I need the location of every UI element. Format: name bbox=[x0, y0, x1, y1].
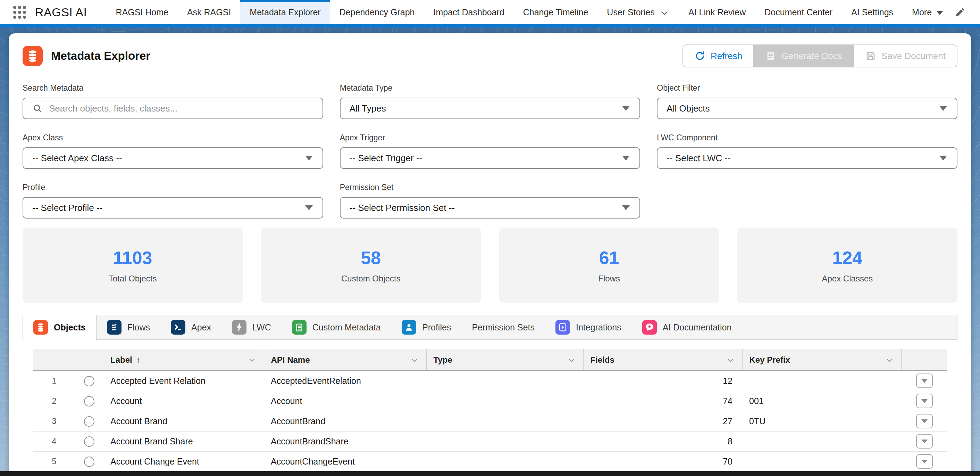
cell-type bbox=[426, 431, 583, 451]
generate-docs-button[interactable]: Generate Docs bbox=[753, 45, 853, 67]
accent-bar bbox=[0, 24, 980, 27]
row-actions-button[interactable] bbox=[916, 434, 933, 449]
cell-label: Account Brand Share bbox=[103, 431, 264, 451]
cell-fields: 27 bbox=[583, 411, 742, 431]
refresh-label: Refresh bbox=[711, 51, 742, 61]
refresh-button[interactable]: Refresh bbox=[683, 45, 753, 67]
permission-set-select[interactable]: -- Select Permission Set -- bbox=[340, 197, 641, 219]
search-metadata-box[interactable] bbox=[22, 97, 323, 119]
row-radio-button[interactable] bbox=[84, 376, 94, 387]
column-header-api-name[interactable]: API Name bbox=[264, 349, 426, 371]
table-row[interactable]: 5 Account Change Event AccountChangeEven… bbox=[33, 451, 947, 471]
caret-down-icon bbox=[622, 205, 630, 210]
column-label: Fields bbox=[590, 355, 614, 365]
cell-fields: 8 bbox=[583, 431, 742, 451]
nav-tab-label: User Stories bbox=[607, 7, 655, 18]
nav-tab-ragsi-home[interactable]: RAGSI Home bbox=[107, 0, 178, 24]
column-menu-chevron-icon[interactable] bbox=[247, 355, 257, 365]
caret-down-icon bbox=[939, 106, 947, 111]
panel-tab-label: Custom Metadata bbox=[312, 323, 381, 332]
row-actions-button[interactable] bbox=[916, 394, 933, 408]
apex-class-select[interactable]: -- Select Apex Class -- bbox=[22, 147, 323, 169]
cell-api-name: AccountBrandShare bbox=[264, 431, 426, 451]
results-panel: ObjectsFlowsApexLWCCustom MetadataProfil… bbox=[22, 315, 958, 472]
column-menu-chevron-icon[interactable] bbox=[410, 355, 419, 365]
table-row[interactable]: 3 Account Brand AccountBrand 27 0TU bbox=[33, 411, 947, 431]
column-label: Type bbox=[434, 355, 452, 365]
column-header-type[interactable]: Type bbox=[426, 349, 583, 371]
cell-api-name: AcceptedEventRelation bbox=[264, 371, 426, 391]
row-actions-button[interactable] bbox=[916, 374, 933, 388]
nav-tab-ai-settings[interactable]: AI Settings bbox=[842, 0, 903, 24]
nav-tab-label: Change Timeline bbox=[523, 7, 589, 18]
nav-tab-label: RAGSI Home bbox=[116, 7, 169, 18]
select-value: -- Select Apex Class -- bbox=[32, 153, 122, 164]
table-row[interactable]: 1 Accepted Event Relation AcceptedEventR… bbox=[33, 371, 947, 391]
column-header-fields[interactable]: Fields bbox=[583, 349, 742, 371]
nav-tab-ai-link-review[interactable]: AI Link Review bbox=[679, 0, 755, 24]
panel-tab-label: Profiles bbox=[422, 323, 451, 332]
panel-tab-apex[interactable]: Apex bbox=[161, 315, 221, 339]
column-menu-chevron-icon[interactable] bbox=[885, 355, 894, 365]
lwc-component-select[interactable]: -- Select LWC -- bbox=[657, 147, 958, 169]
caret-down-icon bbox=[936, 11, 943, 15]
stat-label: Flows bbox=[598, 274, 620, 284]
panel-tab-ai-documentation[interactable]: AI Documentation bbox=[632, 315, 742, 339]
nav-tab-more[interactable]: More bbox=[903, 0, 953, 24]
column-header-label[interactable]: Label↑ bbox=[103, 349, 264, 371]
save-document-button[interactable]: Save Document bbox=[853, 45, 957, 67]
row-radio-button[interactable] bbox=[84, 436, 94, 447]
top-navbar: RAGSI AI RAGSI HomeAsk RAGSIMetadata Exp… bbox=[0, 0, 980, 24]
metadata-type-select[interactable]: All Types bbox=[340, 97, 641, 119]
nav-tab-dependency-graph[interactable]: Dependency Graph bbox=[330, 0, 424, 24]
column-label: Key Prefix bbox=[749, 355, 790, 365]
cell-type bbox=[426, 451, 583, 471]
panel-tab-label: Apex bbox=[191, 323, 211, 332]
panel-tab-flows[interactable]: Flows bbox=[97, 315, 161, 339]
row-radio-button[interactable] bbox=[84, 416, 94, 426]
filter-object-filter: Object FilterAll Objects bbox=[657, 83, 958, 119]
panel-tab-integrations[interactable]: Integrations bbox=[545, 315, 632, 339]
panel-tab-label: Objects bbox=[54, 323, 86, 332]
filter-label: Permission Set bbox=[340, 183, 641, 192]
column-header-key-prefix[interactable]: Key Prefix bbox=[742, 349, 901, 371]
column-menu-chevron-icon[interactable] bbox=[566, 355, 576, 365]
panel-tab-profiles[interactable]: Profiles bbox=[391, 315, 461, 339]
header-row-number bbox=[33, 349, 75, 371]
nav-tab-document-center[interactable]: Document Center bbox=[755, 0, 842, 24]
cell-api-name: Account bbox=[264, 391, 426, 411]
table-row[interactable]: 2 Account Account 74 001 bbox=[33, 391, 947, 411]
nav-tab-ask-ragsi[interactable]: Ask RAGSI bbox=[178, 0, 240, 24]
search-metadata-input[interactable] bbox=[49, 103, 313, 114]
row-actions-button[interactable] bbox=[916, 454, 933, 469]
filter-label: Search Metadata bbox=[22, 83, 323, 93]
stat-label: Apex Classes bbox=[822, 274, 873, 284]
save-document-label: Save Document bbox=[881, 51, 946, 61]
edit-nav-button[interactable] bbox=[955, 0, 980, 24]
app-launcher-icon[interactable] bbox=[13, 6, 26, 19]
panel-tab-custom-metadata[interactable]: Custom Metadata bbox=[282, 315, 391, 339]
filter-label: Metadata Type bbox=[340, 83, 641, 93]
caret-down-icon bbox=[921, 460, 928, 463]
select-value: All Types bbox=[350, 103, 386, 114]
flow-icon bbox=[107, 320, 121, 335]
apex-trigger-select[interactable]: -- Select Trigger -- bbox=[340, 147, 641, 169]
object-filter-select[interactable]: All Objects bbox=[657, 97, 958, 119]
profile-select[interactable]: -- Select Profile -- bbox=[22, 197, 323, 219]
save-icon bbox=[865, 50, 876, 61]
nav-tab-impact-dashboard[interactable]: Impact Dashboard bbox=[424, 0, 514, 24]
filter-label: Apex Class bbox=[22, 133, 323, 142]
nav-tab-user-stories[interactable]: User Stories bbox=[597, 0, 679, 24]
panel-tab-objects[interactable]: Objects bbox=[23, 315, 97, 339]
cell-key-prefix bbox=[742, 451, 901, 471]
row-actions-button[interactable] bbox=[916, 414, 933, 428]
panel-tab-lwc[interactable]: LWC bbox=[221, 315, 282, 339]
nav-tab-change-timeline[interactable]: Change Timeline bbox=[514, 0, 598, 24]
row-radio-button[interactable] bbox=[84, 457, 94, 467]
app-name: RAGSI AI bbox=[35, 6, 87, 19]
panel-tab-permission-sets[interactable]: Permission Sets bbox=[461, 315, 545, 339]
row-radio-button[interactable] bbox=[84, 396, 94, 407]
column-menu-chevron-icon[interactable] bbox=[725, 355, 735, 365]
table-row[interactable]: 4 Account Brand Share AccountBrandShare … bbox=[33, 431, 947, 451]
nav-tab-metadata-explorer[interactable]: Metadata Explorer bbox=[240, 0, 330, 24]
